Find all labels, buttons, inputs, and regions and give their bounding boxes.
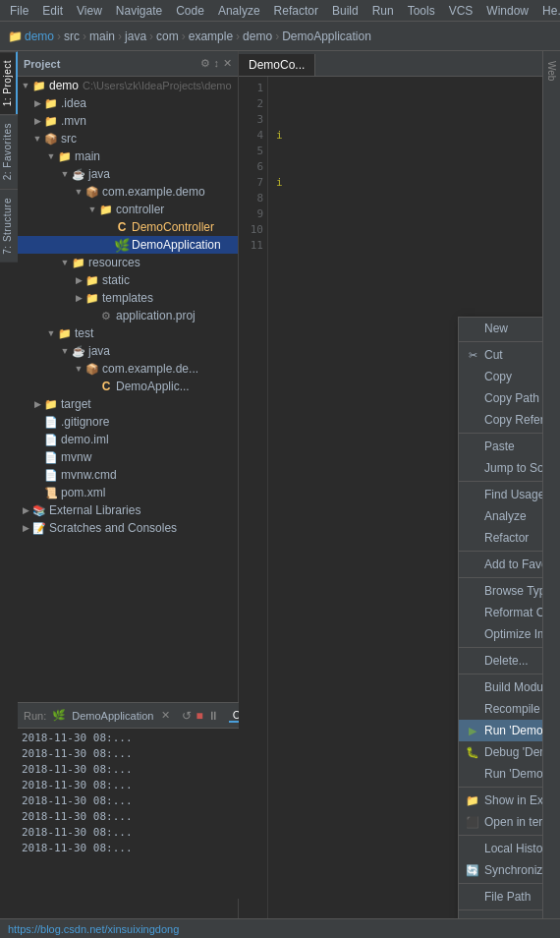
menu-run[interactable]: Run — [366, 2, 400, 20]
ctx-browsehierarchy[interactable]: Browse Type Hierarchy Ctrl+H — [459, 580, 542, 602]
resources-icon: 📁 — [71, 255, 86, 270]
tree-item-package[interactable]: ▼ 📦 com.example.demo — [18, 183, 238, 201]
breadcrumb-app[interactable]: DemoApplication — [282, 29, 371, 43]
tree-label-testapp: DemoApplic... — [116, 380, 190, 393]
breadcrumb-main[interactable]: main — [89, 29, 115, 43]
run-ctrl-pause[interactable]: ⏸ — [207, 709, 219, 723]
tree-item-controller[interactable]: ▼ 📁 controller — [18, 201, 238, 218]
tree-item-scratches[interactable]: ▶ 📝 Scratches and Consoles — [18, 519, 238, 537]
tree-item-src[interactable]: ▼ 📦 src — [18, 130, 238, 147]
tree-item-static[interactable]: ▶ 📁 static — [18, 271, 238, 289]
ctx-openinterminal[interactable]: ⬛ Open in terminal — [459, 811, 542, 833]
menu-window[interactable]: Window — [480, 2, 534, 20]
code-tabs: DemoCo... — [239, 51, 542, 77]
ctx-showinexplorer[interactable]: 📁 Show in Explorer — [459, 790, 542, 811]
tree-item-demoapplication[interactable]: 🌿 DemoApplication — [18, 236, 238, 254]
menu-analyze[interactable]: Analyze — [212, 2, 266, 20]
menu-refactor[interactable]: Refactor — [268, 2, 324, 20]
ctx-runwithcoverage[interactable]: Run 'DemoApplication' with Coverage — [459, 763, 542, 785]
tree-root-label: demo — [49, 79, 79, 92]
tree-item-testjava[interactable]: ▼ ☕ java — [18, 342, 238, 360]
tree-item-root[interactable]: ▼ 📁 demo C:\Users\zk\IdeaProjects\demo — [18, 77, 238, 94]
tree-item-extlibs[interactable]: ▶ 📚 External Libraries — [18, 501, 238, 519]
panel-settings-icon[interactable]: ⚙ — [200, 57, 210, 70]
tree-root-path: C:\Users\zk\IdeaProjects\demo — [83, 80, 232, 91]
ctx-paste[interactable]: Paste Ctrl+V — [459, 436, 542, 457]
menu-tools[interactable]: Tools — [402, 2, 441, 20]
ctx-copy[interactable]: Copy Ctrl+C — [459, 366, 542, 387]
status-url[interactable]: https://blog.csdn.net/xinsuixingdong — [8, 923, 179, 935]
tab-project[interactable]: 1: Project — [0, 51, 18, 114]
ctx-copy-icon — [465, 369, 480, 384]
tree-item-resources[interactable]: ▼ 📁 resources — [18, 254, 238, 271]
ctx-optimizeimports[interactable]: Optimize Imports Ctrl+Alt+O — [459, 623, 542, 645]
breadcrumb-com[interactable]: com — [156, 29, 179, 43]
tree-item-main[interactable]: ▼ 📁 main — [18, 147, 238, 165]
tree-item-target[interactable]: ▶ 📁 target — [18, 395, 238, 413]
tree-item-mvn[interactable]: ▶ 📁 .mvn — [18, 112, 238, 130]
xml-icon: 📜 — [43, 485, 59, 500]
tree-label-target: target — [61, 397, 91, 411]
run-app-name: DemoApplication — [72, 710, 153, 722]
tree-item-iml[interactable]: 📄 demo.iml — [18, 431, 238, 448]
breadcrumb-example[interactable]: example — [189, 29, 233, 43]
ctx-localhistory[interactable]: Local History ▶ — [459, 838, 542, 859]
ctx-cut[interactable]: ✂ Cut Ctrl+X — [459, 344, 542, 366]
ctx-run[interactable]: ▶ Run 'DemoApplication' Ctrl+Shift+F10 — [459, 720, 542, 741]
tree-item-templates[interactable]: ▶ 📁 templates — [18, 289, 238, 307]
ctx-comparewith-icon — [465, 915, 480, 918]
ctx-jumptosource[interactable]: Jump to Source F4 — [459, 457, 542, 479]
ctx-recompile[interactable]: Recompile 'DemoApplication.java' Ctrl+Sh… — [459, 698, 542, 720]
ctx-terminal-icon: ⬛ — [465, 814, 480, 830]
ctx-addtofav[interactable]: Add to Favorites ▶ — [459, 554, 542, 575]
breadcrumb-src[interactable]: src — [64, 29, 80, 43]
ctx-copyref[interactable]: Copy Reference Ctrl+Alt+Shift+C — [459, 409, 542, 431]
ctx-reformat-icon — [465, 605, 480, 620]
menu-file[interactable]: File — [4, 2, 34, 20]
run-ctrl-restart[interactable]: ↺ — [182, 709, 192, 723]
ctx-debug[interactable]: 🐛 Debug 'DemoApplication' — [459, 741, 542, 763]
menu-navigate[interactable]: Navigate — [110, 2, 168, 20]
ctx-findusages[interactable]: Find Usages Alt+F7 — [459, 484, 542, 505]
tree-item-idea[interactable]: ▶ 📁 .idea — [18, 94, 238, 112]
breadcrumb-java[interactable]: java — [125, 29, 146, 43]
ctx-buildmodule[interactable]: Build Module 'demo' — [459, 676, 542, 698]
tree-item-testapp[interactable]: C DemoApplic... — [18, 378, 238, 395]
menu-vcs[interactable]: VCS — [443, 2, 479, 20]
tree-item-mvnwcmd[interactable]: 📄 mvnw.cmd — [18, 466, 238, 484]
ctx-reformat[interactable]: Reformat Code Ctrl+Alt+L — [459, 602, 542, 623]
ctx-browsehierarchy-icon — [465, 583, 480, 599]
ctx-synchronize[interactable]: 🔄 Synchronize 'DemoApplication.java' — [459, 859, 542, 881]
right-tab-web[interactable]: Web — [544, 55, 559, 87]
tab-console[interactable]: Console — [229, 709, 239, 723]
menu-help[interactable]: He... — [536, 2, 560, 20]
breadcrumb-demo2[interactable]: demo — [243, 29, 272, 43]
ctx-delete[interactable]: Delete... Delete — [459, 650, 542, 672]
ctx-analyze[interactable]: Analyze ▶ — [459, 505, 542, 527]
ctx-filepath[interactable]: File Path Ctrl+Alt+F12 — [459, 886, 542, 908]
tree-item-appprops[interactable]: ⚙ application.proj — [18, 307, 238, 324]
tree-item-testpackage[interactable]: ▼ 📦 com.example.de... — [18, 360, 238, 378]
tab-structure[interactable]: 7: Structure — [0, 189, 18, 263]
tab-favorites[interactable]: 2: Favorites — [0, 114, 18, 188]
ctx-copypath[interactable]: Copy Path Ctrl+Shift+C — [459, 387, 542, 409]
tree-item-gitignore[interactable]: 📄 .gitignore — [18, 413, 238, 431]
tree-item-pomxml[interactable]: 📜 pom.xml — [18, 484, 238, 501]
menu-view[interactable]: View — [71, 2, 108, 20]
tree-item-test[interactable]: ▼ 📁 test — [18, 324, 238, 342]
menu-code[interactable]: Code — [170, 2, 210, 20]
breadcrumb-demo[interactable]: demo — [25, 29, 54, 43]
tree-item-democontroller[interactable]: C DemoController — [18, 218, 238, 236]
run-ctrl-stop[interactable]: ■ — [196, 709, 202, 723]
ctx-new[interactable]: New ▶ — [459, 318, 542, 339]
tree-item-mvnw[interactable]: 📄 mvnw — [18, 448, 238, 466]
ctx-refactor[interactable]: Refactor ▶ — [459, 527, 542, 549]
menu-build[interactable]: Build — [326, 2, 364, 20]
panel-close-icon[interactable]: ✕ — [223, 57, 232, 70]
tree-item-java[interactable]: ▼ ☕ java — [18, 165, 238, 183]
run-close-btn[interactable]: ✕ — [161, 709, 170, 722]
ctx-comparewith[interactable]: Compare With... Ctrl+D — [459, 912, 542, 918]
panel-expand-icon[interactable]: ↕ — [214, 57, 220, 70]
code-tab-democontroller[interactable]: DemoCo... — [239, 54, 315, 76]
menu-edit[interactable]: Edit — [36, 2, 69, 20]
